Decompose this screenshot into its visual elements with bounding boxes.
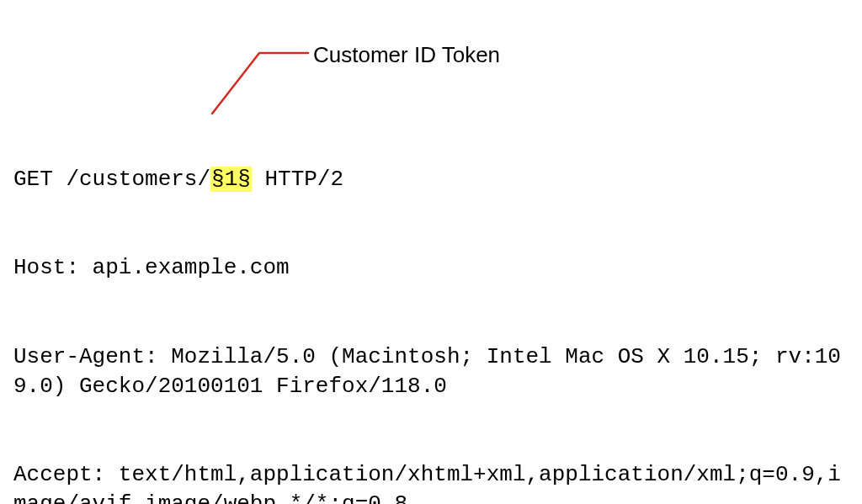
request-line: GET /customers/§1§ HTTP/2: [13, 165, 847, 194]
http-request-block: GET /customers/§1§ HTTP/2 Host: api.exam…: [13, 106, 847, 504]
customer-id-token: §1§: [210, 167, 252, 192]
request-path-prefix: /customers/: [53, 167, 210, 192]
request-protocol: HTTP/2: [252, 167, 343, 192]
header-line: User-Agent: Mozilla/5.0 (Macintosh; Inte…: [13, 342, 847, 401]
request-method: GET: [13, 167, 53, 192]
header-line: Host: api.example.com: [13, 253, 847, 283]
header-line: Accept: text/html,application/xhtml+xml,…: [13, 460, 847, 504]
annotation-label: Customer ID Token: [313, 40, 500, 70]
